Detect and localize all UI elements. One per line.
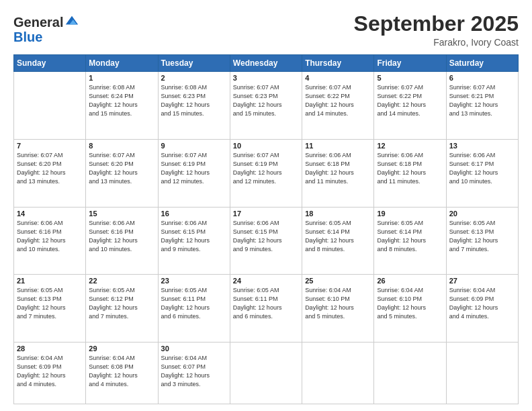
day-info: Sunrise: 6:07 AM Sunset: 6:21 PM Dayligh… bbox=[449, 83, 515, 118]
day-number: 2 bbox=[161, 74, 227, 82]
day-number: 22 bbox=[89, 277, 154, 285]
day-info: Sunrise: 6:04 AM Sunset: 6:09 PM Dayligh… bbox=[449, 286, 515, 321]
table-row bbox=[230, 342, 302, 404]
day-info: Sunrise: 6:05 AM Sunset: 6:14 PM Dayligh… bbox=[305, 219, 371, 254]
day-info: Sunrise: 6:04 AM Sunset: 6:10 PM Dayligh… bbox=[377, 286, 443, 321]
calendar-header-row: Sunday Monday Tuesday Wednesday Thursday… bbox=[14, 55, 519, 72]
day-info: Sunrise: 6:07 AM Sunset: 6:20 PM Dayligh… bbox=[17, 151, 83, 186]
day-number: 1 bbox=[89, 74, 154, 82]
table-row: 20Sunrise: 6:05 AM Sunset: 6:13 PM Dayli… bbox=[446, 207, 518, 275]
day-info: Sunrise: 6:06 AM Sunset: 6:18 PM Dayligh… bbox=[305, 151, 371, 186]
day-info: Sunrise: 6:07 AM Sunset: 6:23 PM Dayligh… bbox=[233, 83, 299, 118]
table-row: 26Sunrise: 6:04 AM Sunset: 6:10 PM Dayli… bbox=[374, 275, 446, 342]
table-row: 22Sunrise: 6:05 AM Sunset: 6:12 PM Dayli… bbox=[86, 275, 158, 342]
table-row: 2Sunrise: 6:08 AM Sunset: 6:23 PM Daylig… bbox=[158, 72, 230, 140]
day-info: Sunrise: 6:04 AM Sunset: 6:08 PM Dayligh… bbox=[89, 354, 154, 389]
day-info: Sunrise: 6:06 AM Sunset: 6:15 PM Dayligh… bbox=[161, 219, 227, 254]
day-info: Sunrise: 6:04 AM Sunset: 6:07 PM Dayligh… bbox=[161, 354, 227, 389]
table-row: 24Sunrise: 6:05 AM Sunset: 6:11 PM Dayli… bbox=[230, 275, 302, 342]
table-row bbox=[14, 72, 86, 140]
day-info: Sunrise: 6:05 AM Sunset: 6:13 PM Dayligh… bbox=[17, 286, 83, 321]
day-number: 27 bbox=[449, 277, 515, 285]
table-row: 16Sunrise: 6:06 AM Sunset: 6:15 PM Dayli… bbox=[158, 207, 230, 275]
day-number: 11 bbox=[305, 142, 371, 150]
day-info: Sunrise: 6:07 AM Sunset: 6:19 PM Dayligh… bbox=[233, 151, 299, 186]
table-row: 3Sunrise: 6:07 AM Sunset: 6:23 PM Daylig… bbox=[230, 72, 302, 140]
day-number: 4 bbox=[305, 74, 371, 82]
col-thursday: Thursday bbox=[302, 55, 374, 72]
table-row: 19Sunrise: 6:05 AM Sunset: 6:14 PM Dayli… bbox=[374, 207, 446, 275]
table-row: 4Sunrise: 6:07 AM Sunset: 6:22 PM Daylig… bbox=[302, 72, 374, 140]
day-number: 3 bbox=[233, 74, 299, 82]
logo: General Blue bbox=[13, 15, 79, 44]
col-wednesday: Wednesday bbox=[230, 55, 302, 72]
table-row: 14Sunrise: 6:06 AM Sunset: 6:16 PM Dayli… bbox=[14, 207, 86, 275]
day-info: Sunrise: 6:06 AM Sunset: 6:15 PM Dayligh… bbox=[233, 219, 299, 254]
day-number: 28 bbox=[17, 345, 83, 353]
day-number: 19 bbox=[377, 210, 443, 218]
table-row: 25Sunrise: 6:04 AM Sunset: 6:10 PM Dayli… bbox=[302, 275, 374, 342]
day-number: 13 bbox=[449, 142, 515, 150]
table-row: 5Sunrise: 6:07 AM Sunset: 6:22 PM Daylig… bbox=[374, 72, 446, 140]
day-number: 14 bbox=[17, 210, 83, 218]
title-block: September 2025 Farakro, Ivory Coast bbox=[354, 12, 519, 48]
day-info: Sunrise: 6:06 AM Sunset: 6:17 PM Dayligh… bbox=[449, 151, 515, 186]
day-info: Sunrise: 6:05 AM Sunset: 6:12 PM Dayligh… bbox=[89, 286, 154, 321]
table-row: 9Sunrise: 6:07 AM Sunset: 6:19 PM Daylig… bbox=[158, 139, 230, 207]
day-number: 17 bbox=[233, 210, 299, 218]
day-number: 8 bbox=[89, 142, 154, 150]
day-info: Sunrise: 6:05 AM Sunset: 6:14 PM Dayligh… bbox=[377, 219, 443, 254]
month-title: September 2025 bbox=[354, 12, 519, 36]
table-row: 15Sunrise: 6:06 AM Sunset: 6:16 PM Dayli… bbox=[86, 207, 158, 275]
day-number: 21 bbox=[17, 277, 83, 285]
location: Farakro, Ivory Coast bbox=[354, 37, 519, 48]
day-number: 16 bbox=[161, 210, 227, 218]
page: General Blue September 2025 Farakro, Ivo… bbox=[0, 0, 532, 411]
table-row bbox=[446, 342, 518, 404]
table-row: 8Sunrise: 6:07 AM Sunset: 6:20 PM Daylig… bbox=[86, 139, 158, 207]
day-number: 30 bbox=[161, 345, 227, 353]
logo-general: General bbox=[13, 15, 63, 30]
table-row: 7Sunrise: 6:07 AM Sunset: 6:20 PM Daylig… bbox=[14, 139, 86, 207]
day-number: 6 bbox=[449, 74, 515, 82]
day-number: 29 bbox=[89, 345, 154, 353]
day-number: 5 bbox=[377, 74, 443, 82]
day-number: 26 bbox=[377, 277, 443, 285]
header: General Blue September 2025 Farakro, Ivo… bbox=[13, 12, 519, 48]
table-row: 18Sunrise: 6:05 AM Sunset: 6:14 PM Dayli… bbox=[302, 207, 374, 275]
day-info: Sunrise: 6:05 AM Sunset: 6:11 PM Dayligh… bbox=[161, 286, 227, 321]
day-info: Sunrise: 6:08 AM Sunset: 6:23 PM Dayligh… bbox=[161, 83, 227, 118]
table-row: 6Sunrise: 6:07 AM Sunset: 6:21 PM Daylig… bbox=[446, 72, 518, 140]
col-friday: Friday bbox=[374, 55, 446, 72]
col-sunday: Sunday bbox=[14, 55, 86, 72]
calendar-table: Sunday Monday Tuesday Wednesday Thursday… bbox=[13, 54, 519, 404]
day-info: Sunrise: 6:08 AM Sunset: 6:24 PM Dayligh… bbox=[89, 83, 154, 118]
day-info: Sunrise: 6:07 AM Sunset: 6:22 PM Dayligh… bbox=[305, 83, 371, 118]
logo-icon bbox=[64, 13, 79, 28]
table-row: 23Sunrise: 6:05 AM Sunset: 6:11 PM Dayli… bbox=[158, 275, 230, 342]
day-number: 12 bbox=[377, 142, 443, 150]
day-info: Sunrise: 6:06 AM Sunset: 6:16 PM Dayligh… bbox=[89, 219, 154, 254]
day-info: Sunrise: 6:06 AM Sunset: 6:18 PM Dayligh… bbox=[377, 151, 443, 186]
day-info: Sunrise: 6:05 AM Sunset: 6:13 PM Dayligh… bbox=[449, 219, 515, 254]
table-row: 11Sunrise: 6:06 AM Sunset: 6:18 PM Dayli… bbox=[302, 139, 374, 207]
day-info: Sunrise: 6:05 AM Sunset: 6:11 PM Dayligh… bbox=[233, 286, 299, 321]
day-info: Sunrise: 6:07 AM Sunset: 6:22 PM Dayligh… bbox=[377, 83, 443, 118]
day-number: 7 bbox=[17, 142, 83, 150]
day-number: 18 bbox=[305, 210, 371, 218]
day-info: Sunrise: 6:04 AM Sunset: 6:10 PM Dayligh… bbox=[305, 286, 371, 321]
day-number: 15 bbox=[89, 210, 154, 218]
table-row: 10Sunrise: 6:07 AM Sunset: 6:19 PM Dayli… bbox=[230, 139, 302, 207]
table-row: 13Sunrise: 6:06 AM Sunset: 6:17 PM Dayli… bbox=[446, 139, 518, 207]
table-row: 21Sunrise: 6:05 AM Sunset: 6:13 PM Dayli… bbox=[14, 275, 86, 342]
day-info: Sunrise: 6:07 AM Sunset: 6:19 PM Dayligh… bbox=[161, 151, 227, 186]
logo-blue: Blue bbox=[13, 30, 42, 44]
col-monday: Monday bbox=[86, 55, 158, 72]
table-row bbox=[302, 342, 374, 404]
day-number: 25 bbox=[305, 277, 371, 285]
table-row: 28Sunrise: 6:04 AM Sunset: 6:09 PM Dayli… bbox=[14, 342, 86, 404]
table-row: 29Sunrise: 6:04 AM Sunset: 6:08 PM Dayli… bbox=[86, 342, 158, 404]
table-row: 12Sunrise: 6:06 AM Sunset: 6:18 PM Dayli… bbox=[374, 139, 446, 207]
day-number: 10 bbox=[233, 142, 299, 150]
table-row bbox=[374, 342, 446, 404]
